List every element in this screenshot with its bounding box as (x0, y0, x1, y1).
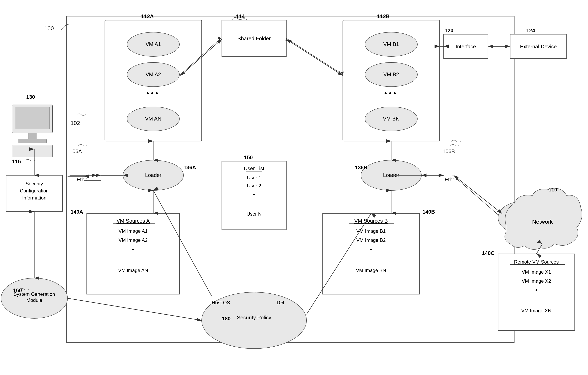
vm-image-xn: VM Image XN (521, 308, 551, 313)
svg-rect-39 (6, 175, 63, 212)
label-120: 120 (445, 27, 453, 33)
eth1-label: Eth1 (445, 176, 455, 182)
shared-folder-label: Shared Folder (238, 35, 271, 41)
network-label: Network (532, 219, 553, 225)
user1-label: User 1 (247, 175, 261, 180)
vm-sources-b-label: VM Sources B (354, 218, 388, 224)
vm-image-bn: VM Image BN (356, 268, 386, 273)
label-102: 102 (71, 120, 80, 126)
svg-rect-27 (87, 213, 179, 294)
loader-a-label: Loader (145, 172, 161, 178)
vm-sources-a-label: VM Sources A (116, 218, 150, 224)
security-config-line3: Information (22, 195, 46, 201)
user2-label: User 2 (247, 183, 261, 188)
label-110: 110 (548, 187, 557, 193)
label-106b: 106B (443, 148, 455, 154)
label-112a: 112A (141, 13, 154, 19)
label-140c: 140C (482, 250, 494, 256)
label-140b: 140B (422, 209, 435, 215)
dots-b: • • • (384, 89, 396, 97)
vm-image-a2: VM Image A2 (119, 237, 147, 243)
label-180: 180 (222, 315, 231, 322)
vm-an-label: VM AN (145, 116, 161, 122)
label-124: 124 (526, 27, 535, 33)
user-list-label: User List (244, 165, 264, 172)
security-config-line1: Security (26, 181, 43, 186)
vm-image-b1: VM Image B1 (356, 228, 386, 234)
vm-image-b2: VM Image B2 (356, 237, 386, 243)
vm-a2-label: VM A2 (146, 71, 161, 77)
user-dots: • (253, 191, 255, 198)
label-106a: 106A (70, 148, 82, 154)
dots-a: • • • (147, 89, 158, 97)
svg-rect-29 (323, 213, 420, 294)
vm-image-x1: VM Image X1 (522, 269, 551, 275)
diagram-container: 100 102 112A VM A1 VM A2 • • • VM AN 106… (0, 0, 588, 375)
dots-remote: • (535, 287, 538, 294)
eth0-label: Eth0 (77, 176, 87, 182)
vm-b1-label: VM B1 (383, 41, 399, 47)
svg-rect-38 (12, 145, 52, 157)
svg-rect-37 (18, 139, 46, 143)
vm-image-x2: VM Image X2 (522, 278, 551, 284)
svg-rect-36 (28, 133, 36, 139)
vm-bn-label: VM BN (383, 116, 399, 122)
label-116: 116 (12, 158, 21, 164)
remote-vm-sources-label: Remote VM Sources (514, 259, 558, 264)
dots-sources-a: • (132, 246, 134, 253)
label-136b: 136B (355, 164, 368, 171)
security-policy-label: Security Policy (237, 314, 272, 321)
svg-rect-35 (15, 107, 49, 129)
vm-a1-label: VM A1 (146, 41, 161, 47)
label-136a: 136A (183, 164, 196, 171)
label-112b: 112B (377, 13, 389, 19)
vm-image-an: VM Image AN (118, 268, 148, 273)
vm-b2-label: VM B2 (383, 71, 399, 77)
label-150: 150 (244, 154, 253, 160)
dots-sources-b: • (370, 246, 372, 253)
usern-label: User N (247, 211, 262, 217)
sys-gen-line1: System Generation (13, 291, 55, 297)
label-100: 100 (44, 25, 54, 31)
external-device-label: External Device (520, 43, 557, 50)
vm-image-a1: VM Image A1 (119, 228, 147, 234)
label-130: 130 (26, 94, 35, 100)
interface-label: Interface (455, 43, 476, 50)
label-140a: 140A (71, 209, 83, 215)
label-104: 104 (276, 300, 284, 305)
sys-gen-line2: Module (26, 297, 42, 303)
security-config-line2: Configuration (20, 188, 49, 193)
host-os-label: Host OS (212, 300, 230, 305)
architecture-diagram: 100 102 112A VM A1 VM A2 • • • VM AN 106… (0, 0, 588, 375)
